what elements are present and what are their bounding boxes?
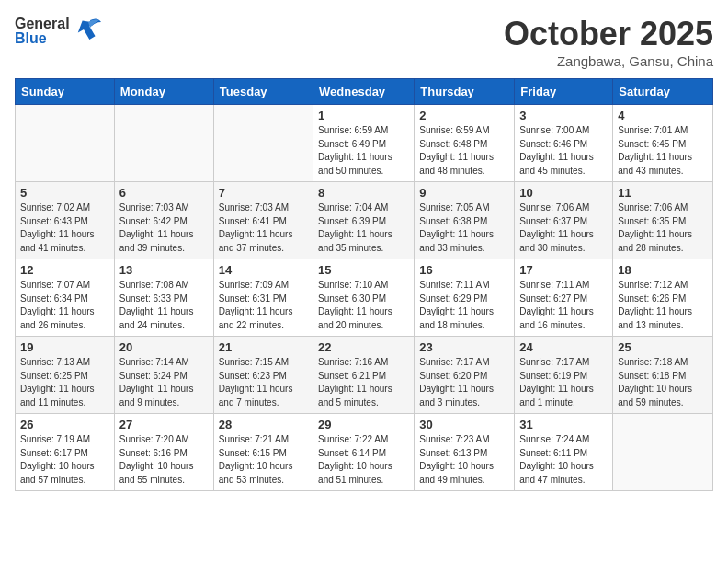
day-info: Sunrise: 7:12 AM Sunset: 6:26 PM Dayligh… [618, 279, 708, 332]
calendar-cell: 16Sunrise: 7:11 AM Sunset: 6:29 PM Dayli… [415, 259, 515, 337]
calendar-cell: 13Sunrise: 7:08 AM Sunset: 6:33 PM Dayli… [114, 259, 213, 337]
calendar-cell [16, 105, 115, 182]
day-info: Sunrise: 7:24 AM Sunset: 6:11 PM Dayligh… [519, 433, 608, 487]
calendar-cell: 7Sunrise: 7:03 AM Sunset: 6:41 PM Daylig… [213, 182, 313, 259]
calendar-cell: 8Sunrise: 7:04 AM Sunset: 6:39 PM Daylig… [313, 182, 415, 259]
day-number: 9 [419, 186, 509, 200]
calendar-cell [114, 105, 213, 182]
day-number: 31 [519, 418, 608, 431]
calendar-cell: 1Sunrise: 6:59 AM Sunset: 6:49 PM Daylig… [313, 105, 415, 182]
weekday-header: Friday [515, 79, 613, 105]
calendar-cell [213, 105, 313, 182]
weekday-header: Thursday [415, 79, 515, 105]
day-number: 1 [318, 109, 409, 122]
day-info: Sunrise: 7:05 AM Sunset: 6:38 PM Dayligh… [419, 201, 509, 255]
calendar-cell: 20Sunrise: 7:14 AM Sunset: 6:24 PM Dayli… [114, 337, 213, 414]
day-info: Sunrise: 7:02 AM Sunset: 6:43 PM Dayligh… [20, 201, 109, 255]
logo-text: General Blue [15, 17, 70, 46]
calendar-cell: 19Sunrise: 7:13 AM Sunset: 6:25 PM Dayli… [16, 337, 115, 414]
calendar-cell: 3Sunrise: 7:00 AM Sunset: 6:46 PM Daylig… [515, 105, 613, 182]
day-info: Sunrise: 7:00 AM Sunset: 6:46 PM Dayligh… [519, 124, 608, 178]
day-number: 27 [119, 418, 209, 431]
calendar-cell: 2Sunrise: 6:59 AM Sunset: 6:48 PM Daylig… [415, 105, 515, 182]
day-info: Sunrise: 7:10 AM Sunset: 6:30 PM Dayligh… [318, 279, 409, 332]
day-number: 28 [219, 418, 308, 431]
day-number: 3 [519, 109, 608, 122]
day-number: 13 [119, 263, 209, 277]
day-info: Sunrise: 7:19 AM Sunset: 6:17 PM Dayligh… [20, 433, 109, 487]
calendar-cell: 28Sunrise: 7:21 AM Sunset: 6:15 PM Dayli… [213, 414, 313, 491]
weekday-header: Tuesday [213, 79, 313, 105]
calendar-cell: 18Sunrise: 7:12 AM Sunset: 6:26 PM Dayli… [613, 259, 713, 337]
day-number: 12 [20, 263, 109, 277]
day-number: 6 [119, 186, 209, 200]
title-block: October 2025 Zangbawa, Gansu, China [504, 15, 713, 69]
day-info: Sunrise: 7:17 AM Sunset: 6:20 PM Dayligh… [419, 356, 509, 409]
calendar-week-row: 26Sunrise: 7:19 AM Sunset: 6:17 PM Dayli… [16, 414, 713, 491]
day-info: Sunrise: 7:13 AM Sunset: 6:25 PM Dayligh… [20, 356, 109, 409]
day-info: Sunrise: 7:03 AM Sunset: 6:42 PM Dayligh… [119, 201, 209, 255]
day-number: 29 [318, 418, 409, 431]
calendar-cell: 17Sunrise: 7:11 AM Sunset: 6:27 PM Dayli… [515, 259, 613, 337]
calendar-cell: 5Sunrise: 7:02 AM Sunset: 6:43 PM Daylig… [16, 182, 115, 259]
calendar-cell: 10Sunrise: 7:06 AM Sunset: 6:37 PM Dayli… [515, 182, 613, 259]
logo: General Blue [15, 15, 103, 48]
logo-general: General [15, 17, 70, 31]
calendar-cell: 15Sunrise: 7:10 AM Sunset: 6:30 PM Dayli… [313, 259, 415, 337]
weekday-header: Wednesday [313, 79, 415, 105]
calendar-cell: 6Sunrise: 7:03 AM Sunset: 6:42 PM Daylig… [114, 182, 213, 259]
day-number: 30 [419, 418, 509, 431]
day-info: Sunrise: 7:09 AM Sunset: 6:31 PM Dayligh… [219, 279, 308, 332]
day-number: 10 [519, 186, 608, 200]
day-info: Sunrise: 7:08 AM Sunset: 6:33 PM Dayligh… [119, 279, 209, 332]
day-number: 15 [318, 263, 409, 277]
calendar-cell: 23Sunrise: 7:17 AM Sunset: 6:20 PM Dayli… [415, 337, 515, 414]
day-info: Sunrise: 7:06 AM Sunset: 6:35 PM Dayligh… [618, 201, 708, 255]
day-info: Sunrise: 7:04 AM Sunset: 6:39 PM Dayligh… [318, 201, 409, 255]
calendar-week-row: 19Sunrise: 7:13 AM Sunset: 6:25 PM Dayli… [16, 337, 713, 414]
calendar-table: SundayMondayTuesdayWednesdayThursdayFrid… [15, 78, 713, 491]
location-subtitle: Zangbawa, Gansu, China [504, 53, 713, 69]
day-info: Sunrise: 7:01 AM Sunset: 6:45 PM Dayligh… [618, 124, 708, 178]
day-number: 21 [219, 340, 308, 354]
calendar-cell: 14Sunrise: 7:09 AM Sunset: 6:31 PM Dayli… [213, 259, 313, 337]
day-number: 17 [519, 263, 608, 277]
calendar-week-row: 12Sunrise: 7:07 AM Sunset: 6:34 PM Dayli… [16, 259, 713, 337]
weekday-header-row: SundayMondayTuesdayWednesdayThursdayFrid… [16, 79, 713, 105]
day-info: Sunrise: 6:59 AM Sunset: 6:48 PM Dayligh… [419, 124, 509, 178]
calendar-cell: 27Sunrise: 7:20 AM Sunset: 6:16 PM Dayli… [114, 414, 213, 491]
calendar-cell: 11Sunrise: 7:06 AM Sunset: 6:35 PM Dayli… [613, 182, 713, 259]
calendar-cell: 25Sunrise: 7:18 AM Sunset: 6:18 PM Dayli… [613, 337, 713, 414]
calendar-week-row: 1Sunrise: 6:59 AM Sunset: 6:49 PM Daylig… [16, 105, 713, 182]
day-number: 20 [119, 340, 209, 354]
calendar-cell: 22Sunrise: 7:16 AM Sunset: 6:21 PM Dayli… [313, 337, 415, 414]
weekday-header: Sunday [16, 79, 115, 105]
calendar-cell: 21Sunrise: 7:15 AM Sunset: 6:23 PM Dayli… [213, 337, 313, 414]
page-header: General Blue October 2025 Zangbawa, Gans… [15, 15, 713, 69]
day-number: 25 [618, 340, 708, 354]
weekday-header: Monday [114, 79, 213, 105]
day-info: Sunrise: 6:59 AM Sunset: 6:49 PM Dayligh… [318, 124, 409, 178]
day-number: 23 [419, 340, 509, 354]
day-number: 18 [618, 263, 708, 277]
calendar-cell: 9Sunrise: 7:05 AM Sunset: 6:38 PM Daylig… [415, 182, 515, 259]
day-info: Sunrise: 7:18 AM Sunset: 6:18 PM Dayligh… [618, 356, 708, 409]
calendar-cell [613, 414, 713, 491]
day-number: 14 [219, 263, 308, 277]
calendar-cell: 31Sunrise: 7:24 AM Sunset: 6:11 PM Dayli… [515, 414, 613, 491]
day-number: 5 [20, 186, 109, 200]
weekday-header: Saturday [613, 79, 713, 105]
day-info: Sunrise: 7:15 AM Sunset: 6:23 PM Dayligh… [219, 356, 308, 409]
calendar-cell: 30Sunrise: 7:23 AM Sunset: 6:13 PM Dayli… [415, 414, 515, 491]
day-info: Sunrise: 7:22 AM Sunset: 6:14 PM Dayligh… [318, 433, 409, 487]
logo-blue: Blue [15, 31, 70, 46]
calendar-cell: 26Sunrise: 7:19 AM Sunset: 6:17 PM Dayli… [16, 414, 115, 491]
day-number: 8 [318, 186, 409, 200]
month-title: October 2025 [504, 15, 713, 53]
day-number: 26 [20, 418, 109, 431]
day-number: 16 [419, 263, 509, 277]
day-info: Sunrise: 7:17 AM Sunset: 6:19 PM Dayligh… [519, 356, 608, 409]
day-number: 19 [20, 340, 109, 354]
day-info: Sunrise: 7:03 AM Sunset: 6:41 PM Dayligh… [219, 201, 308, 255]
day-info: Sunrise: 7:14 AM Sunset: 6:24 PM Dayligh… [119, 356, 209, 409]
